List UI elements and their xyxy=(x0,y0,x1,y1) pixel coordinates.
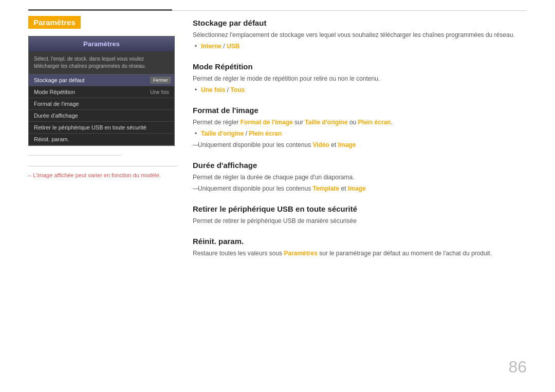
mockup-row-label: Format de l'image xyxy=(34,101,169,107)
right-panel: Stockage par défaut Sélectionnez l'empla… xyxy=(193,16,527,269)
highlight-usb: USB xyxy=(227,43,239,50)
highlight-image2: Image xyxy=(348,185,366,192)
highlight-parametres: Paramètres xyxy=(284,250,317,257)
section-repetition-title: Mode Répétition xyxy=(193,62,527,71)
mockup-close-button[interactable]: Fermer xyxy=(150,77,171,84)
section-stockage-bullet: Interne / USB xyxy=(193,42,527,51)
section-stockage: Stockage par défaut Sélectionnez l'empla… xyxy=(193,18,527,51)
left-panel-title: Paramètres xyxy=(28,16,81,29)
mockup-row-value: Une fois xyxy=(150,89,169,95)
top-bar-left-line xyxy=(28,9,172,11)
mockup-row-duree[interactable]: Durée d'affichage xyxy=(29,110,174,122)
left-footnote: – L'image affichée peut varier en foncti… xyxy=(28,166,177,179)
mockup-description: Sélect. l'empl. de stock. dans lequel vo… xyxy=(29,51,174,74)
page-number: 86 xyxy=(508,358,527,377)
section-reinit: Réinit. param. Restaure toutes les valeu… xyxy=(193,237,527,258)
section-usb: Retirer le périphérique USB en toute séc… xyxy=(193,204,527,226)
mockup-header: Paramètres xyxy=(29,36,174,51)
section-repetition: Mode Répétition Permet de régler le mode… xyxy=(193,62,527,95)
content-area: Paramètres Paramètres Sélect. l'empl. de… xyxy=(0,16,555,269)
section-format-title: Format de l'image xyxy=(193,106,527,115)
highlight-format: Format de l'image xyxy=(240,119,293,126)
highlight-tous: Tous xyxy=(230,86,245,94)
highlight-tailleorigine: Taille d'origine xyxy=(305,119,347,126)
left-separator xyxy=(28,155,121,156)
left-panel: Paramètres Paramètres Sélect. l'empl. de… xyxy=(28,16,177,269)
highlight-pleinecran: Plein écran xyxy=(358,119,391,126)
section-format-desc: Permet de régler Format de l'image sur T… xyxy=(193,118,527,127)
highlight-unefois: Une fois xyxy=(201,86,225,94)
ui-mockup: Paramètres Sélect. l'empl. de stock. dan… xyxy=(28,36,175,146)
mockup-row-stockage[interactable]: Stockage par défaut Interne Fermer xyxy=(29,74,174,86)
top-bar-right-line xyxy=(172,10,527,11)
highlight-interne: Interne xyxy=(201,43,221,50)
mockup-row-label: Stockage par défaut xyxy=(34,77,153,83)
section-usb-title: Retirer le périphérique USB en toute séc… xyxy=(193,204,527,213)
highlight-plein: Plein écran xyxy=(249,130,282,137)
section-duree-note: Uniquement disponible pour les contenus … xyxy=(193,184,527,193)
section-repetition-desc: Permet de régler le mode de répétition p… xyxy=(193,74,527,83)
mockup-row-usb[interactable]: Retirer le périphérique USB en toute séc… xyxy=(29,122,174,134)
mockup-row-reinit[interactable]: Réinit. param. xyxy=(29,134,174,145)
section-reinit-desc: Restaure toutes les valeurs sous Paramèt… xyxy=(193,249,527,258)
highlight-video: Vidéo xyxy=(312,141,329,148)
mockup-row-label: Réinit. param. xyxy=(34,136,169,142)
section-format-note: Uniquement disponible pour les contenus … xyxy=(193,140,527,150)
section-duree-title: Durée d'affichage xyxy=(193,161,527,170)
mockup-row-format[interactable]: Format de l'image xyxy=(29,98,174,110)
highlight-taille: Taille d'origine xyxy=(201,130,244,137)
mockup-row-label: Retirer le périphérique USB en toute séc… xyxy=(34,124,169,130)
highlight-image: Image xyxy=(338,141,356,148)
section-repetition-bullet: Une fois / Tous xyxy=(193,85,527,95)
section-duree: Durée d'affichage Permet de régler la du… xyxy=(193,161,527,193)
highlight-template: Template xyxy=(312,185,339,192)
mockup-row-repetition[interactable]: Mode Répétition Une fois xyxy=(29,86,174,98)
section-format: Format de l'image Permet de régler Forma… xyxy=(193,106,527,150)
top-bar xyxy=(0,0,555,11)
mockup-row-label: Durée d'affichage xyxy=(34,113,169,119)
section-stockage-desc: Sélectionnez l'emplacement de stockage v… xyxy=(193,30,527,40)
section-format-bullet: Taille d'origine / Plein écran xyxy=(193,129,527,138)
mockup-row-label: Mode Répétition xyxy=(34,89,150,95)
section-duree-desc: Permet de régler la durée de chaque page… xyxy=(193,173,527,182)
section-usb-desc: Permet de retirer le périphérique USB de… xyxy=(193,216,527,226)
section-reinit-title: Réinit. param. xyxy=(193,237,527,246)
section-stockage-title: Stockage par défaut xyxy=(193,18,527,27)
